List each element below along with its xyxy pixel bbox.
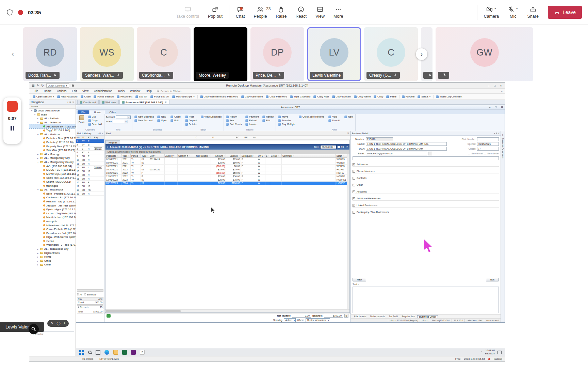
nav-tree-item[interactable]: vienna <box>29 239 76 243</box>
rdm-toolbar-button[interactable]: Insert Log Comment ▾ <box>433 95 463 98</box>
nav-tree-item[interactable]: ▾ AL - Jefferson <box>29 121 76 125</box>
ribbon-command[interactable]: Open <box>157 119 168 122</box>
ribbon-command[interactable]: New <box>157 115 168 119</box>
filter-summary-radio[interactable]: Summary <box>84 293 96 296</box>
scroll-participants-right-button[interactable]: › <box>416 48 427 60</box>
ribbon-command[interactable]: Return <box>225 115 243 119</box>
notes-field[interactable] <box>353 156 499 160</box>
ribbon-command[interactable]: Edit <box>262 119 275 122</box>
edge-browser-icon[interactable] <box>104 350 109 355</box>
nav-tree-item[interactable]: Riga - Web Server Spillman (19... <box>29 235 76 239</box>
ribbon-command[interactable]: Payment <box>245 115 260 119</box>
nav-tree-item[interactable]: Helsinki - Tag (172.16.1.29) <box>29 200 76 204</box>
expand-section-icon[interactable]: + <box>353 163 355 166</box>
nav-tree-item[interactable]: ▸ AL - Tuscaloosa City <box>29 247 76 251</box>
batch-history-row[interactable]: 16 BU R <box>76 181 104 184</box>
register-row[interactable]: 09/12/20232024YrIS$25.00$100.00FWHOOPE <box>105 182 349 185</box>
rdm-toolbar-button[interactable]: Log Off ▾ <box>134 95 149 98</box>
purple-app-icon[interactable] <box>131 350 136 355</box>
srt-tab-file[interactable]: File <box>78 110 89 114</box>
check-button[interactable]: Check <box>94 166 102 169</box>
batch-history-row[interactable]: 3 ST R Check <box>76 147 104 151</box>
showing-dropdown[interactable]: Active▾ <box>284 318 296 322</box>
rdm-maximize-button[interactable]: □ <box>492 83 497 88</box>
nav-tree-item[interactable]: Probate - New (172.18.95.14) <box>29 136 76 140</box>
rdm-toolbar-button[interactable]: Focus Session ▾ <box>92 95 115 98</box>
rdm-menu-item[interactable]: Window <box>128 89 143 93</box>
dba-field[interactable]: 1 ON 1 TECHNICAL COLLEGE OF BIRMINGHAM <box>366 147 447 151</box>
email-field[interactable]: vmack965@yahoo.com <box>366 152 427 155</box>
more-button[interactable]: More <box>329 6 347 19</box>
expand-section-icon[interactable]: + <box>353 197 355 200</box>
ribbon-collapse-icon[interactable]: ⌄ <box>501 90 503 93</box>
batch-history-row[interactable]: 1 ST R <box>76 139 104 143</box>
participant-tile[interactable]: Moore, Wesley <box>194 27 247 81</box>
rdm-tab[interactable]: Welcome ✕ <box>99 100 119 104</box>
file-explorer-icon[interactable] <box>113 350 118 355</box>
new-business-detail-button[interactable]: New <box>353 278 366 281</box>
register-column-header[interactable]: Net Taxable <box>193 154 211 157</box>
state-number-field[interactable] <box>477 137 499 141</box>
srt-minimize-button[interactable]: – <box>487 105 492 109</box>
rdm-menu-item[interactable]: Home <box>42 89 54 93</box>
annotation-tool-icon[interactable]: + <box>64 322 66 325</box>
balance-b-button[interactable]: B <box>344 314 348 318</box>
account-close-icon[interactable]: ✕ <box>346 145 348 148</box>
rdm-toolbar-button[interactable]: Close ▾ <box>79 95 92 98</box>
nav-tree-item[interactable]: trainingdb <box>29 184 76 188</box>
batch-history-row[interactable]: 11 BU R <box>76 162 104 166</box>
ribbon-command[interactable]: Post <box>184 115 198 119</box>
react-button[interactable]: React <box>291 6 311 19</box>
ribbon-command[interactable]: View Deposited <box>200 115 223 119</box>
batch-history-row[interactable]: 10 BU R <box>76 158 104 162</box>
participant-tile[interactable]: DP Price, De... <box>250 27 304 81</box>
nav-tree-item[interactable]: Probate (172.18.95.16) <box>29 140 76 144</box>
ribbon-command[interactable]: Deposit <box>184 119 198 122</box>
bottom-tab[interactable]: Disbursements <box>369 315 387 318</box>
nav-tree-item[interactable]: ▾ AL - Tuscaloosa <box>29 188 76 192</box>
nav-tree-item[interactable]: ▸ Other <box>29 263 76 267</box>
bh-pin-icon[interactable]: ▾ <box>98 132 99 134</box>
tree-expander-icon[interactable]: ▸ <box>37 263 39 266</box>
tree-expander-icon[interactable]: ▸ <box>37 248 39 250</box>
business-detail-section[interactable]: + Other <box>353 183 499 187</box>
nav-tree-item[interactable]: Assurance SRT (192.168.3... <box>29 124 76 128</box>
expand-section-icon[interactable]: + <box>353 211 355 214</box>
business-detail-section[interactable]: + Bankruptcy / Tax Abatements <box>353 210 499 214</box>
nav-pin-icon[interactable]: ▾ <box>67 101 68 104</box>
opened-date-field[interactable]: 02/15/2021 <box>477 142 499 146</box>
batch-history-row[interactable]: 14 BU R <box>76 173 104 177</box>
quick-connect-combo[interactable]: Quick Connect▾ <box>46 83 69 88</box>
nav-tree-item[interactable]: Tag (192.168.3.165) <box>29 128 76 133</box>
leave-button[interactable]: Leave <box>548 6 582 19</box>
refresh-icon[interactable]: ↻ <box>40 84 45 87</box>
bh-close-icon[interactable]: ✕ <box>101 132 103 134</box>
bottom-tab[interactable]: Tax Audit <box>387 315 400 318</box>
tasks-area[interactable] <box>353 287 499 313</box>
rdm-toolbar-button[interactable]: Paste ▾ <box>385 95 398 98</box>
pop-out-button[interactable]: Pop out <box>203 6 227 19</box>
business-name-field[interactable]: 1 ON 1 TECHNICAL COLLEGE OF BIRMINGHAM I… <box>366 142 447 146</box>
batch-history-row[interactable]: 2 ST D <box>76 143 104 147</box>
camera-button[interactable]: ⌄ Camera <box>479 6 503 19</box>
ribbon-command[interactable]: Void <box>328 115 341 119</box>
bh-dock-icon[interactable]: ⊠ <box>99 132 101 134</box>
bd-close-icon[interactable]: ✕ <box>498 132 500 134</box>
participant-tile[interactable]: C Creasy (G... <box>364 27 418 81</box>
nav-tree-item[interactable]: Jackson - Jail Test Spillman (17... <box>29 203 76 208</box>
nav-dock-icon[interactable]: ⊠ <box>69 101 71 104</box>
nav-tree-item[interactable]: ▸ Office <box>29 259 76 263</box>
rdm-toolbar-button[interactable]: Copy Username and Password ▾ <box>197 95 240 98</box>
tree-expander-icon[interactable]: ▾ <box>37 133 39 136</box>
where-dropdown[interactable]: Business Number▾ <box>306 318 330 322</box>
closed-date-field[interactable]: / / <box>477 147 499 151</box>
nav-tree-item[interactable]: Property New (172.18.95.3) <box>29 144 76 148</box>
edit-business-detail-button[interactable]: Edit <box>486 278 499 281</box>
after-date-input[interactable]: 08/30/2014▾ <box>320 145 337 149</box>
register-horizontal-scrollbar[interactable] <box>105 309 349 312</box>
tree-expander-icon[interactable]: ▸ <box>37 260 39 262</box>
mic-chevron-icon[interactable]: ⌄ <box>516 6 518 10</box>
check-button[interactable]: Check <box>94 147 102 150</box>
grid-icon[interactable]: ▦ <box>31 84 36 87</box>
send-letter-checkbox[interactable] <box>484 152 486 155</box>
